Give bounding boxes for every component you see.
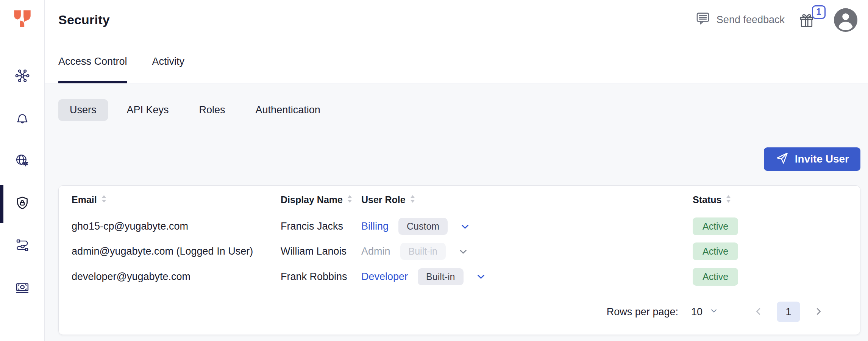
role-type-badge: Built-in [400,243,446,260]
sort-arrows-icon [347,194,352,205]
tab-activity[interactable]: Activity [152,40,185,83]
status-badge: Active [693,268,738,286]
invite-user-label: Invite User [795,153,849,165]
pagination: Rows per page: 10 1 [59,289,860,335]
email-cell: developer@yugabyte.com [72,271,281,283]
table-row: gho15-cp@yugabyte.comFrancis JacksBillin… [59,214,860,239]
role-link: Admin [361,246,390,257]
role-dropdown-chevron-icon[interactable] [460,221,470,232]
gift-badge-count: 1 [812,5,826,19]
status-badge: Active [693,217,738,235]
tab-access-control[interactable]: Access Control [58,40,127,83]
billing-banknote-icon [14,280,30,297]
subtab-authentication[interactable]: Authentication [244,99,332,121]
subtab-pills: UsersAPI KeysRolesAuthentication [58,99,860,121]
actions-row: Invite User [58,147,860,171]
sidebar-item-security-shield-lock[interactable] [0,183,44,225]
network-globe-gear-icon [14,153,30,170]
role-link[interactable]: Billing [361,221,389,232]
feedback-bubble-icon [695,11,710,29]
column-label: User Role [361,194,406,205]
column-label: Display Name [281,194,343,205]
rows-per-page-value: 10 [691,306,703,318]
invite-user-button[interactable]: Invite User [764,147,860,171]
integrations-flow-icon [14,238,30,255]
role-type-badge: Built-in [418,268,463,285]
role-dropdown-chevron-icon[interactable] [476,271,486,282]
gift-button[interactable]: 1 [798,11,815,29]
users-table-card: EmailDisplay NameUser RoleStatus gho15-c… [58,185,860,335]
sidebar-item-clusters[interactable] [0,55,44,98]
page-title: Security [58,13,110,27]
next-page-button[interactable] [813,306,824,318]
status-cell: Active [693,242,860,260]
rows-per-page-label: Rows per page: [607,306,678,318]
send-feedback-label: Send feedback [717,14,785,26]
status-badge: Active [693,242,738,260]
chevron-right-icon [813,306,824,318]
email-cell: gho15-cp@yugabyte.com [72,221,281,232]
rows-per-page-select[interactable]: 10 [691,306,718,318]
previous-page-button[interactable] [753,306,764,318]
role-type-badge: Custom [398,218,448,235]
column-header-status[interactable]: Status [693,194,860,205]
subtab-users[interactable]: Users [58,99,108,121]
topbar-actions: Send feedback 1 [695,8,857,32]
paper-plane-icon [775,151,789,167]
content: UsersAPI KeysRolesAuthentication Invite … [45,83,868,341]
main-area: Security Send feedback [45,0,868,341]
role-link[interactable]: Developer [361,271,408,283]
sidebar-item-billing-banknote[interactable] [0,267,44,310]
column-header-display-name[interactable]: Display Name [281,194,361,205]
chevron-down-icon [709,306,718,318]
subtab-roles[interactable]: Roles [188,99,237,121]
status-cell: Active [693,268,860,286]
clusters-icon [14,68,30,85]
sort-arrows-icon [101,194,106,205]
page-1-button[interactable]: 1 [777,302,800,322]
table-row: developer@yugabyte.comFrank RobbinsDevel… [59,264,860,289]
yugabyte-logo[interactable] [11,7,34,30]
security-shield-lock-icon [14,195,30,213]
table-header-row: EmailDisplay NameUser RoleStatus [59,186,860,214]
sidebar-item-network-globe-gear[interactable] [0,140,44,183]
send-feedback-button[interactable]: Send feedback [695,11,785,29]
user-role-cell: DeveloperBuilt-in [361,268,693,285]
user-role-cell: BillingCustom [361,218,693,235]
column-header-user-role[interactable]: User Role [361,194,693,205]
column-label: Email [72,194,97,205]
column-label: Status [693,194,721,205]
sort-arrows-icon [410,194,415,205]
table-row: admin@yugabyte.com (Logged In User)Willi… [59,239,860,264]
table-body: gho15-cp@yugabyte.comFrancis JacksBillin… [59,214,860,289]
topbar: Security Send feedback [45,0,868,40]
display-name-cell: William Lanois [281,246,361,257]
display-name-cell: Frank Robbins [281,271,361,283]
subtab-api-keys[interactable]: API Keys [116,99,180,121]
alerts-bell-icon [14,110,30,128]
status-cell: Active [693,217,860,235]
avatar-person-icon [834,8,857,32]
sidebar-item-alerts-bell[interactable] [0,98,44,140]
sidebar-item-integrations-flow[interactable] [0,225,44,267]
sidebar [0,0,45,341]
role-dropdown-chevron-icon [458,246,468,257]
chevron-left-icon [753,306,764,318]
display-name-cell: Francis Jacks [281,221,361,232]
app-root: Security Send feedback [0,0,868,341]
avatar[interactable] [834,8,857,32]
column-header-email[interactable]: Email [72,194,281,205]
user-role-cell: AdminBuilt-in [361,243,693,260]
email-cell: admin@yugabyte.com (Logged In User) [72,246,281,257]
sort-arrows-icon [726,194,731,205]
tabs-bar: Access ControlActivity [45,40,868,83]
